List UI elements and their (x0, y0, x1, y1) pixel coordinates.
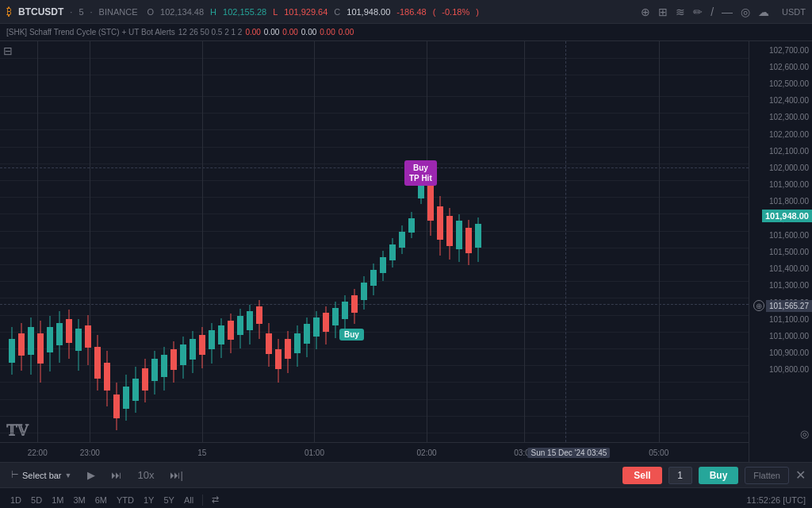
price-change: -186.48 (396, 7, 426, 17)
period-ytd[interactable]: YTD (113, 494, 138, 506)
minimize-icon[interactable]: ⊟ (3, 44, 13, 57)
indicator-name[interactable]: [SHK] Schaff Trend Cycle (STC) + UT Bot … (6, 28, 175, 37)
pair-label: BTCUSDT (18, 6, 63, 17)
timeframe-value: 5 (79, 7, 83, 17)
crosshair-target-icon: ⊕ (753, 300, 764, 311)
period-5d[interactable]: 5D (27, 494, 46, 506)
price-label-6: 102,200.00 (769, 129, 809, 138)
svg-rect-89 (427, 183, 434, 221)
time-bar: 22:00 23:00 15 01:00 02:00 03:00 Sun 15 … (0, 442, 749, 462)
close-icon: ✕ (795, 468, 806, 482)
period-1y-label: 1Y (144, 495, 154, 505)
price-label-3: 102,500.00 (769, 79, 809, 88)
quantity-input[interactable] (668, 467, 692, 484)
open-price: 102,134.48 (160, 7, 204, 17)
top-bar: ₿ BTCUSDT · 5 · BINANCE O 102,134.48 H 1… (0, 0, 812, 24)
period-5y[interactable]: 5Y (159, 494, 178, 506)
chart-container: ⊟ 𝕋𝕍 (0, 41, 812, 462)
line-tool-icon[interactable]: / (710, 6, 714, 18)
svg-rect-43 (209, 330, 215, 349)
svg-rect-37 (180, 344, 186, 365)
timestamp: 11:52:26 [UTC] (746, 495, 806, 505)
svg-rect-81 (389, 244, 396, 260)
period-6m[interactable]: 6M (91, 494, 111, 506)
svg-rect-53 (256, 306, 262, 324)
current-price-badge: 101,948.00 (762, 210, 812, 222)
indicator-val-2: 0.00 (264, 28, 279, 37)
candle-chart (0, 41, 749, 462)
low-separator: L (273, 7, 278, 17)
last-icon: ⏭| (170, 469, 182, 481)
price-scale: 101,948.00 ⊕ 101,565.27 102,700.00 102,6… (749, 41, 812, 462)
minus-tool-icon[interactable]: — (722, 6, 733, 18)
period-1m[interactable]: 1M (48, 494, 67, 506)
crosshair-tool-icon[interactable]: ⊕ (641, 6, 650, 18)
svg-rect-33 (161, 355, 167, 377)
svg-rect-61 (294, 333, 301, 353)
period-1y[interactable]: 1Y (140, 494, 158, 506)
compare-button[interactable]: ⇄ (208, 493, 223, 506)
price-label-15: 101,300.00 (769, 281, 809, 290)
svg-rect-55 (266, 333, 272, 354)
price-label-9: 101,900.00 (769, 180, 809, 189)
svg-rect-83 (399, 232, 405, 248)
cloud-tool-icon[interactable]: ☁ (758, 6, 769, 18)
svg-rect-23 (113, 394, 120, 418)
period-ytd-label: YTD (117, 495, 134, 505)
buy-label: Buy (710, 470, 728, 481)
scale-settings-icon[interactable]: ◎ (800, 428, 809, 440)
measure-tool-icon[interactable]: ≋ (676, 6, 685, 18)
close-separator: C (334, 7, 340, 17)
svg-rect-49 (237, 316, 243, 335)
svg-rect-85 (408, 218, 415, 233)
period-3m[interactable]: 3M (69, 494, 89, 506)
period-1d[interactable]: 1D (6, 494, 25, 506)
flatten-button[interactable]: Flatten (745, 467, 789, 484)
price-label-5: 102,300.00 (769, 113, 809, 121)
speed-button[interactable]: 10x (132, 468, 159, 483)
play-button[interactable]: ▶ (82, 468, 100, 483)
price-change-pct-val: -0.18% (442, 7, 469, 17)
exchange-value: BINANCE (99, 7, 138, 17)
svg-rect-3 (18, 333, 25, 356)
buy-signal-label: Buy (339, 329, 364, 341)
buy-button[interactable]: Buy (699, 467, 739, 484)
svg-rect-21 (104, 363, 110, 391)
svg-rect-1 (9, 339, 15, 363)
svg-rect-75 (361, 283, 367, 300)
period-all[interactable]: All (180, 494, 197, 506)
high-price: 102,155.28 (223, 7, 266, 17)
svg-rect-35 (170, 349, 177, 370)
indicator-params: 12 26 50 0.5 2 1 2 (178, 28, 243, 37)
svg-rect-31 (151, 359, 158, 381)
svg-rect-39 (190, 339, 196, 360)
crosshair-price-row: ⊕ 101,565.27 (753, 300, 812, 312)
step-forward-button[interactable]: ⏭ (106, 468, 126, 483)
select-bar-button[interactable]: ⊢ Select bar ▼ (6, 468, 76, 482)
svg-rect-15 (75, 329, 82, 351)
pencil-tool-icon[interactable]: ✏ (693, 6, 703, 18)
last-button[interactable]: ⏭| (165, 468, 187, 483)
svg-rect-77 (370, 270, 377, 286)
indicator-val-5: 0.00 (320, 28, 335, 37)
time-label-2200: 22:00 (28, 448, 48, 457)
alert-tool-icon[interactable]: ◎ (741, 6, 750, 18)
time-label-15: 15 (197, 448, 206, 457)
price-label-8: 102,000.00 (769, 164, 809, 172)
svg-rect-63 (304, 324, 310, 344)
magnet-tool-icon[interactable]: ⊞ (658, 6, 668, 18)
price-change-pct: ( (433, 7, 436, 17)
time-label-0100: 01:00 (304, 448, 324, 457)
indicator-bar: [SHK] Schaff Trend Cycle (STC) + UT Bot … (0, 24, 812, 41)
select-bar-icon: ⊢ (11, 470, 19, 480)
price-label-13: 101,500.00 (769, 248, 809, 256)
svg-rect-11 (56, 323, 63, 345)
buy-tp-hit-label: BuyTP Hit (404, 160, 437, 186)
svg-rect-19 (94, 347, 101, 379)
svg-rect-95 (456, 221, 462, 249)
close-button[interactable]: ✕ (795, 468, 806, 483)
chart-area[interactable]: ⊟ 𝕋𝕍 (0, 41, 749, 462)
price-change-close: ) (476, 7, 479, 17)
sell-button[interactable]: Sell (622, 467, 661, 484)
price-label-19: 100,900.00 (769, 348, 809, 357)
